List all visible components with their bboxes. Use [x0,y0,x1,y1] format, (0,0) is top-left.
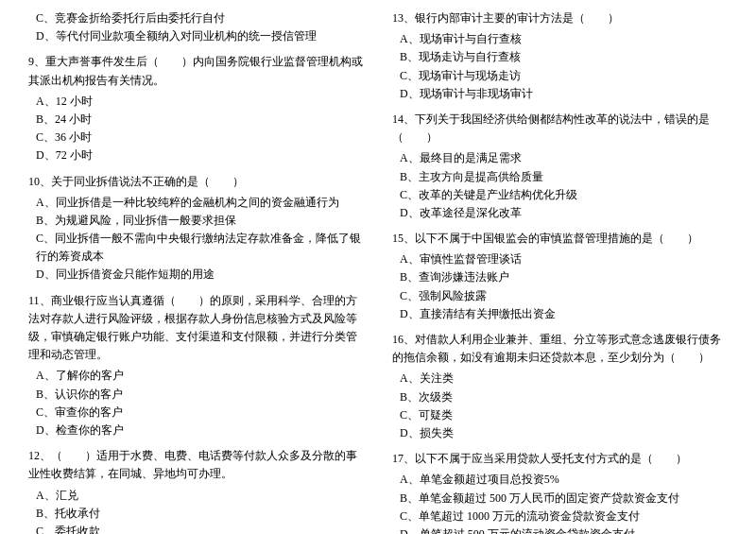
q10-option-b: B、为规避风险，同业拆借一般要求担保 [36,212,364,230]
q10-option-d: D、同业拆借资金只能作短期的用途 [36,266,364,284]
q17-option-a: A、单笔金额超过项目总投资5% [400,471,728,489]
question-16-text: 16、对借款人利用企业兼并、重组、分立等形式意念逃废银行债务的拖信余额，如没有逾… [392,331,728,367]
question-block-15: 15、以下不属于中国银监会的审慎监督管理措施的是（ ） A、审慎性监督管理谈话 … [392,230,728,323]
q11-option-d: D、检查你的客户 [36,422,364,439]
q12-option-c: C、委托收款 [36,523,364,534]
q10-option-c: C、同业拆借一般不需向中央银行缴纳法定存款准备金，降低了银行的筹资成本 [36,230,364,266]
column-left: C、竞赛金折给委托行后由委托行自付 D、等代付同业款项全额纳入对同业机构的统一授… [28,9,378,534]
q13-option-b: B、现场走访与自行查核 [400,48,728,66]
q14-option-a: A、最终目的是满足需求 [400,149,728,167]
q11-option-a: A、了解你的客户 [36,367,364,385]
q13-option-c: C、现场审计与现场走访 [400,67,728,85]
q11-option-c: C、审查你的客户 [36,404,364,422]
question-block-9: 9、重大声誉事件发生后（ ）内向国务院银行业监督管理机构或其派出机构报告有关情况… [28,53,364,164]
q14-option-b: B、主攻方向是提高供给质量 [400,168,728,186]
question-14-text: 14、下列关于我国经济供给侧都结构性改革的说法中，错误的是（ ） [392,111,728,146]
two-column-layout: C、竞赛金折给委托行后由委托行自付 D、等代付同业款项全额纳入对同业机构的统一授… [28,9,728,534]
q12-option-a: A、汇兑 [36,487,364,505]
question-block-13: 13、银行内部审计主要的审计方法是（ ） A、现场审计与自行查核 B、现场走访与… [392,9,728,103]
question-13-text: 13、银行内部审计主要的审计方法是（ ） [392,9,728,27]
q11-option-b: B、认识你的客户 [36,386,364,404]
column-right: 13、银行内部审计主要的审计方法是（ ） A、现场审计与自行查核 B、现场走访与… [378,9,728,534]
option-c-text: C、竞赛金折给委托行后由委托行自付 [36,9,364,27]
q14-option-c: C、改革的关键是产业结构优化升级 [400,186,728,204]
q10-option-a: A、同业拆借是一种比较纯粹的金融机构之间的资金融通行为 [36,194,364,212]
q17-option-d: D、单笔超过 500 万元的流动资金贷款资金支付 [400,525,728,534]
q15-option-c: C、强制风险披露 [400,287,728,305]
q9-option-d: D、72 小时 [36,146,364,164]
q16-option-c: C、可疑类 [400,406,728,424]
q13-option-d: D、现场审计与非现场审计 [400,85,728,103]
option-d-text: D、等代付同业款项全额纳入对同业机构的统一授信管理 [36,27,364,45]
q13-option-a: A、现场审计与自行查核 [400,30,728,48]
question-block-c: C、竞赛金折给委托行后由委托行自付 D、等代付同业款项全额纳入对同业机构的统一授… [28,9,364,45]
question-block-11: 11、商业银行应当认真遵循（ ）的原则，采用科学、合理的方法对存款人进行风险评级… [28,292,364,440]
q9-option-c: C、36 小时 [36,129,364,146]
question-15-text: 15、以下不属于中国银监会的审慎监督管理措施的是（ ） [392,230,728,248]
q16-option-b: B、次级类 [400,388,728,406]
q15-option-a: A、审慎性监督管理谈话 [400,250,728,268]
q17-option-c: C、单笔超过 1000 万元的流动资金贷款资金支付 [400,508,728,525]
question-block-10: 10、关于同业拆借说法不正确的是（ ） A、同业拆借是一种比较纯粹的金融机构之间… [28,173,364,284]
page-content: C、竞赛金折给委托行后由委托行自付 D、等代付同业款项全额纳入对同业机构的统一授… [28,9,728,534]
question-block-14: 14、下列关于我国经济供给侧都结构性改革的说法中，错误的是（ ） A、最终目的是… [392,111,728,222]
q16-option-a: A、关注类 [400,370,728,388]
q16-option-d: D、损失类 [400,424,728,442]
q17-option-b: B、单笔金额超过 500 万人民币的固定资产贷款资金支付 [400,490,728,508]
q9-option-b: B、24 小时 [36,111,364,129]
question-12-text: 12、（ ）适用于水费、电费、电话费等付款人众多及分散的事业性收费结算，在同城、… [28,447,364,483]
question-block-12: 12、（ ）适用于水费、电费、电话费等付款人众多及分散的事业性收费结算，在同城、… [28,447,364,534]
q15-option-d: D、直接清结有关押缴抵出资金 [400,305,728,323]
q14-option-d: D、改革途径是深化改革 [400,204,728,222]
q12-option-b: B、托收承付 [36,505,364,523]
question-9-text: 9、重大声誉事件发生后（ ）内向国务院银行业监督管理机构或其派出机构报告有关情况… [28,53,364,89]
question-block-17: 17、以下不属于应当采用贷款人受托支付方式的是（ ） A、单笔金额超过项目总投资… [392,450,728,534]
question-10-text: 10、关于同业拆借说法不正确的是（ ） [28,173,364,191]
question-block-16: 16、对借款人利用企业兼并、重组、分立等形式意念逃废银行债务的拖信余额，如没有逾… [392,331,728,442]
question-11-text: 11、商业银行应当认真遵循（ ）的原则，采用科学、合理的方法对存款人进行风险评级… [28,292,364,365]
q15-option-b: B、查询涉嫌违法账户 [400,268,728,286]
question-17-text: 17、以下不属于应当采用贷款人受托支付方式的是（ ） [392,450,728,468]
q9-option-a: A、12 小时 [36,93,364,111]
